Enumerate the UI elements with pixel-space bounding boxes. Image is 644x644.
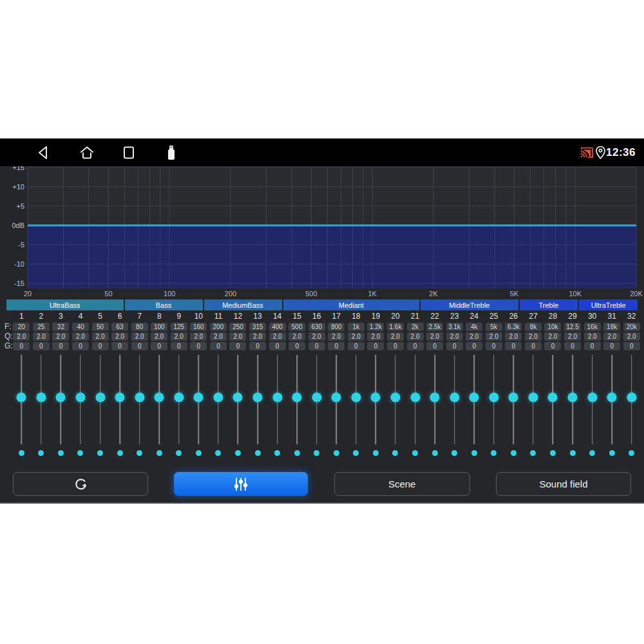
slider-knob[interactable] <box>489 393 498 402</box>
slider-knob[interactable] <box>587 393 597 402</box>
slider-knob[interactable] <box>450 393 459 402</box>
slider-knob[interactable] <box>135 393 144 402</box>
channel-dot[interactable] <box>58 450 64 456</box>
slider-knob[interactable] <box>469 393 479 402</box>
channel-dot[interactable] <box>373 450 379 456</box>
channel-dot[interactable] <box>137 450 142 456</box>
gain-slider[interactable] <box>32 355 52 444</box>
gain-slider[interactable] <box>12 355 32 444</box>
slider-knob[interactable] <box>115 393 125 402</box>
gain-slider[interactable] <box>543 355 563 444</box>
slider-knob[interactable] <box>390 393 400 402</box>
slider-knob[interactable] <box>36 393 46 402</box>
gain-slider[interactable] <box>129 355 149 444</box>
channel-dot[interactable] <box>176 450 182 456</box>
slider-knob[interactable] <box>253 393 263 402</box>
slider-knob[interactable] <box>194 393 204 402</box>
slider-knob[interactable] <box>213 393 223 402</box>
channel-dot[interactable] <box>491 450 497 456</box>
usb-icon[interactable] <box>164 138 179 166</box>
channel-dot[interactable] <box>589 450 595 456</box>
channel-dot[interactable] <box>471 450 477 456</box>
channel-dot[interactable] <box>511 450 516 456</box>
channel-dot[interactable] <box>156 450 162 456</box>
recents-icon[interactable] <box>120 138 138 166</box>
channel-dot[interactable] <box>412 450 418 456</box>
gain-slider[interactable] <box>189 355 209 444</box>
channel-dot[interactable] <box>530 450 536 456</box>
gain-slider[interactable] <box>405 355 425 444</box>
channel-dot[interactable] <box>392 450 398 456</box>
channel-dot[interactable] <box>353 450 359 456</box>
gain-slider[interactable] <box>484 355 504 444</box>
gain-slider[interactable] <box>248 355 268 444</box>
slider-knob[interactable] <box>272 393 282 402</box>
cast-icon[interactable] <box>579 138 594 166</box>
gain-slider[interactable] <box>464 355 484 444</box>
channel-dot[interactable] <box>432 450 438 456</box>
home-icon[interactable] <box>77 138 97 166</box>
channel-dot[interactable] <box>314 450 319 456</box>
gain-slider[interactable] <box>602 355 622 444</box>
gain-slider[interactable] <box>149 355 169 444</box>
channel-dot[interactable] <box>196 450 202 456</box>
slider-knob[interactable] <box>410 393 420 402</box>
gain-slider[interactable] <box>425 355 445 444</box>
channel-dot[interactable] <box>38 450 44 456</box>
gain-slider[interactable] <box>524 355 544 444</box>
equalizer-button[interactable] <box>174 472 308 496</box>
gain-slider[interactable] <box>563 355 583 444</box>
slider-knob[interactable] <box>627 393 636 402</box>
channel-dot[interactable] <box>609 450 615 456</box>
channel-dot[interactable] <box>215 450 221 456</box>
channel-dot[interactable] <box>19 450 24 456</box>
channel-dot[interactable] <box>235 450 241 456</box>
slider-knob[interactable] <box>174 393 184 402</box>
slider-knob[interactable] <box>56 393 66 402</box>
slider-knob[interactable] <box>548 393 558 402</box>
gain-slider[interactable] <box>621 355 641 444</box>
slider-knob[interactable] <box>75 393 85 402</box>
slider-knob[interactable] <box>430 393 440 402</box>
gain-slider[interactable] <box>504 355 524 444</box>
slider-knob[interactable] <box>509 393 518 402</box>
slider-knob[interactable] <box>332 393 341 402</box>
gain-slider[interactable] <box>228 355 248 444</box>
channel-dot[interactable] <box>550 450 556 456</box>
sound-field-button[interactable]: Sound field <box>496 472 631 496</box>
slider-knob[interactable] <box>233 393 243 402</box>
channel-dot[interactable] <box>570 450 576 456</box>
slider-knob[interactable] <box>607 393 617 402</box>
gain-slider[interactable] <box>366 355 386 444</box>
gain-slider[interactable] <box>287 355 307 444</box>
channel-dot[interactable] <box>451 450 457 456</box>
slider-knob[interactable] <box>95 393 105 402</box>
gain-slider[interactable] <box>346 355 366 444</box>
channel-dot[interactable] <box>97 450 103 456</box>
channel-dot[interactable] <box>294 450 300 456</box>
gain-slider[interactable] <box>582 355 602 444</box>
channel-dot[interactable] <box>255 450 261 456</box>
gain-slider[interactable] <box>71 355 91 444</box>
slider-knob[interactable] <box>312 393 321 402</box>
channel-dot[interactable] <box>629 450 634 456</box>
slider-knob[interactable] <box>371 393 381 402</box>
gain-slider[interactable] <box>90 355 110 444</box>
slider-knob[interactable] <box>351 393 361 402</box>
reset-button[interactable] <box>13 472 148 496</box>
channel-dot[interactable] <box>77 450 83 456</box>
slider-knob[interactable] <box>568 393 578 402</box>
back-icon[interactable] <box>33 138 53 166</box>
slider-knob[interactable] <box>155 393 164 402</box>
channel-dot[interactable] <box>117 450 123 456</box>
gain-slider[interactable] <box>209 355 229 444</box>
channel-dot[interactable] <box>334 450 339 456</box>
gain-slider[interactable] <box>327 355 346 444</box>
slider-knob[interactable] <box>17 393 26 402</box>
scene-button[interactable]: Scene <box>334 472 470 496</box>
gain-slider[interactable] <box>386 355 406 444</box>
gain-slider[interactable] <box>51 355 71 444</box>
slider-knob[interactable] <box>528 393 538 402</box>
location-icon[interactable] <box>594 138 607 166</box>
gain-slider[interactable] <box>307 355 327 444</box>
